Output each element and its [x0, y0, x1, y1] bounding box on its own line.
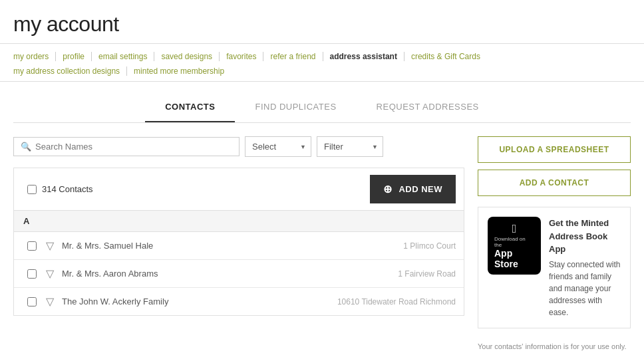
contact-address-1: 1 Plimco Court: [403, 241, 456, 251]
contact-name-2: Mr. & Mrs. Aaron Abrams: [62, 269, 398, 279]
nav-links-row1: my orders profile email settings saved d…: [13, 52, 631, 61]
search-icon: 🔍: [21, 142, 31, 152]
contact-expand-icon-2[interactable]: ▽: [42, 267, 58, 280]
nav-saved-designs[interactable]: saved designs: [161, 52, 220, 61]
tab-request-addresses[interactable]: REQUEST ADDRESSES: [357, 95, 499, 122]
contact-checkbox-2[interactable]: [27, 269, 37, 279]
contact-checkbox-cell-3[interactable]: [22, 297, 42, 306]
nav-credits-gift-cards[interactable]: credits & Gift Cards: [411, 52, 487, 61]
app-badge-download-text: Download on the: [494, 236, 534, 248]
apple-icon: : [512, 222, 517, 236]
select-all-checkbox-cell[interactable]: [22, 185, 42, 194]
contact-count: 314 Contacts: [42, 184, 370, 194]
page-header: my account: [0, 0, 644, 44]
nav-minted-more-membership[interactable]: minted more membership: [134, 66, 231, 76]
nav-bar: my orders profile email settings saved d…: [0, 44, 644, 82]
select-dropdown-wrap: Select: [245, 136, 311, 157]
app-promo-description: Stay connected with friends and family a…: [549, 260, 620, 317]
section-letter-a: A: [14, 211, 464, 232]
contact-address-2: 1 Fairview Road: [398, 269, 456, 279]
contact-checkbox-1[interactable]: [27, 241, 37, 251]
nav-address-assistant[interactable]: address assistant: [330, 52, 404, 61]
nav-favorites[interactable]: favorites: [226, 52, 263, 61]
tab-find-duplicates[interactable]: FIND DUPLICATES: [235, 95, 356, 122]
tabs: CONTACTS FIND DUPLICATES REQUEST ADDRESS…: [13, 82, 631, 123]
contact-checkbox-3[interactable]: [27, 297, 37, 306]
filter-dropdown-wrap: Filter: [317, 136, 383, 157]
nav-profile[interactable]: profile: [63, 52, 92, 61]
disclaimer-text: Your contacts' information is for your u…: [478, 336, 631, 352]
nav-my-orders[interactable]: my orders: [13, 52, 56, 61]
contact-address-3: 10610 Tidewater Road Richmond: [337, 297, 456, 306]
table-header-row: 314 Contacts ⊕ADD NEW: [14, 168, 464, 211]
search-input-wrap[interactable]: 🔍: [13, 137, 240, 156]
tab-contacts[interactable]: CONTACTS: [145, 95, 235, 122]
upload-spreadsheet-button[interactable]: UPLOAD A SPREADSHEET: [478, 136, 631, 163]
app-promo-text: Get the Minted Address Book App Stay con…: [549, 217, 621, 318]
contact-checkbox-cell-1[interactable]: [22, 241, 42, 251]
contact-row: ▽ Mr. & Mrs. Samuel Hale 1 Plimco Court: [14, 232, 464, 260]
page-title: my account: [13, 12, 631, 37]
contact-row: ▽ The John W. Ackerly Family 10610 Tidew…: [14, 288, 464, 315]
sidebar-panel: UPLOAD A SPREADSHEET ADD A CONTACT  Dow…: [478, 136, 631, 352]
contact-expand-icon-1[interactable]: ▽: [42, 239, 58, 252]
contact-row: ▽ Mr. & Mrs. Aaron Abrams 1 Fairview Roa…: [14, 260, 464, 288]
app-promo:  Download on the App Store Get the Mint…: [478, 207, 631, 328]
contact-name-1: Mr. & Mrs. Samuel Hale: [62, 241, 403, 251]
contact-checkbox-cell-2[interactable]: [22, 269, 42, 279]
select-all-checkbox[interactable]: [27, 185, 37, 194]
app-promo-title: Get the Minted Address Book App: [549, 217, 621, 256]
nav-address-collection-designs[interactable]: my address collection designs: [13, 66, 127, 76]
search-input[interactable]: [35, 142, 232, 152]
app-badge-store-name: App Store: [494, 248, 534, 269]
contacts-table: 314 Contacts ⊕ADD NEW A ▽ Mr. & Mrs. Sam…: [13, 168, 464, 316]
add-new-button[interactable]: ⊕ADD NEW: [370, 175, 456, 203]
main-content: 🔍 Select Filter 314 Contacts: [0, 123, 644, 361]
contact-name-3: The John W. Ackerly Family: [62, 297, 337, 306]
app-store-badge[interactable]:  Download on the App Store: [488, 217, 541, 275]
contact-expand-icon-3[interactable]: ▽: [42, 295, 58, 308]
filter-dropdown[interactable]: Filter: [317, 136, 383, 157]
select-dropdown[interactable]: Select: [245, 136, 311, 157]
nav-refer-a-friend[interactable]: refer a friend: [270, 52, 323, 61]
contacts-panel: 🔍 Select Filter 314 Contacts: [13, 136, 464, 352]
nav-links-row2: my address collection designs minted mor…: [13, 66, 631, 76]
nav-email-settings[interactable]: email settings: [98, 52, 154, 61]
controls-row: 🔍 Select Filter: [13, 136, 464, 157]
add-contact-button[interactable]: ADD A CONTACT: [478, 170, 631, 196]
